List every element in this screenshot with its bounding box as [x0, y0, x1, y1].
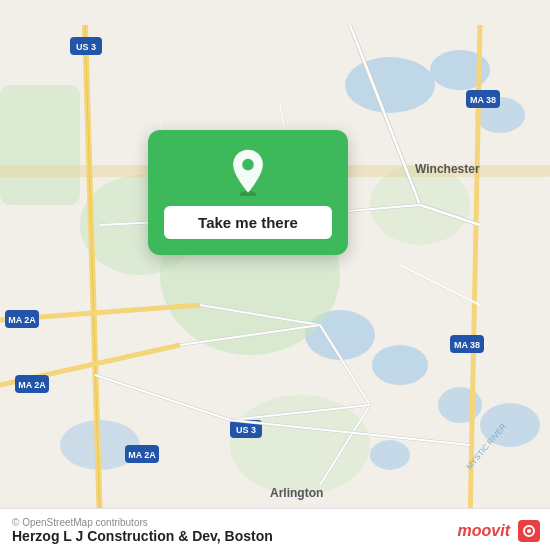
svg-text:MA 38: MA 38	[470, 95, 496, 105]
moovit-icon	[518, 520, 540, 542]
svg-text:MA 2A: MA 2A	[8, 315, 36, 325]
map-attribution: © OpenStreetMap contributors	[12, 517, 273, 528]
svg-line-61	[400, 265, 480, 305]
map-container: US 3 MA 38 MA 38 MA 2A MA 2A MA 2A US 3	[0, 0, 550, 550]
svg-point-66	[242, 159, 254, 171]
place-name: Herzog L J Construction & Dev, Boston	[12, 528, 273, 544]
svg-text:US 3: US 3	[236, 425, 256, 435]
svg-point-0	[345, 57, 435, 113]
svg-text:MA 2A: MA 2A	[128, 450, 156, 460]
svg-text:Winchester: Winchester	[415, 162, 480, 176]
svg-point-68	[527, 529, 531, 533]
map-svg: US 3 MA 38 MA 38 MA 2A MA 2A MA 2A US 3	[0, 0, 550, 550]
svg-point-5	[438, 387, 482, 423]
svg-line-51	[95, 375, 230, 420]
svg-text:US 3: US 3	[76, 42, 96, 52]
bottom-bar: © OpenStreetMap contributors Herzog L J …	[0, 508, 550, 550]
moovit-text: moovit	[458, 522, 510, 540]
location-pin-icon	[224, 148, 272, 196]
svg-rect-11	[0, 85, 80, 205]
svg-text:MA 2A: MA 2A	[18, 380, 46, 390]
svg-text:MA 38: MA 38	[454, 340, 480, 350]
svg-point-13	[230, 395, 370, 495]
svg-point-4	[372, 345, 428, 385]
svg-text:Arlington: Arlington	[270, 486, 323, 500]
svg-point-7	[370, 440, 410, 470]
moovit-logo: moovit	[458, 520, 540, 542]
action-card: Take me there	[148, 130, 348, 255]
take-me-there-button[interactable]: Take me there	[164, 206, 332, 239]
